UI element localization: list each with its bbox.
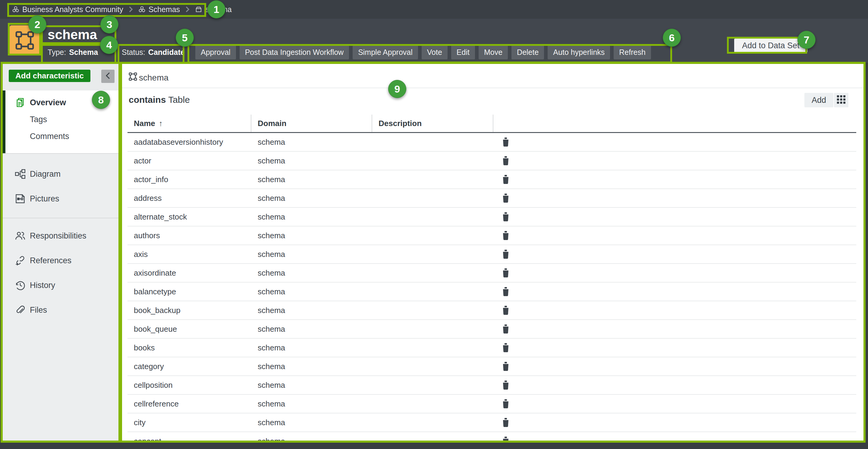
table-body: aadatabaseversionhistory schema actor sc…	[127, 133, 856, 441]
delete-row-button[interactable]	[502, 381, 510, 390]
delete-row-button[interactable]	[502, 362, 510, 371]
sidebar-item-diagram[interactable]: Diagram	[3, 161, 119, 186]
history-clock-icon	[15, 280, 26, 291]
sidebar-item-history[interactable]: History	[3, 273, 119, 298]
breadcrumb-label: Schemas	[149, 5, 180, 14]
sidebar-item-files[interactable]: Files	[3, 298, 119, 322]
cell-domain: schema	[251, 418, 372, 427]
delete-row-button[interactable]	[502, 193, 510, 203]
breadcrumb-item-schema[interactable]: schema	[195, 5, 232, 14]
table-row[interactable]: actor_info schema	[127, 170, 856, 189]
screen: Business Analysts Community Schemas sche…	[0, 0, 868, 449]
toolbar-button-post-data-ingestion-workflow[interactable]: Post Data Ingestion Workflow	[240, 45, 349, 59]
paperclip-icon	[15, 305, 26, 316]
table-row[interactable]: cellposition schema	[127, 376, 856, 395]
cell-name: authors	[127, 231, 251, 240]
sidebar-item-responsibilities[interactable]: Responsibilities	[3, 223, 119, 248]
schema-asset-icon	[10, 25, 40, 56]
asset-status: Status:Candidate	[122, 45, 185, 59]
sidebar-item-tags[interactable]: Tags	[3, 111, 119, 128]
link-icon	[15, 255, 26, 266]
table-row[interactable]: alternate_stock schema	[127, 208, 856, 227]
sidebar-collapse-button[interactable]	[101, 70, 115, 83]
toolbar-button-delete[interactable]: Delete	[512, 45, 544, 59]
table-row[interactable]: axisordinate schema	[127, 264, 856, 282]
add-button[interactable]: Add	[804, 93, 833, 107]
overview-doc-icon	[15, 97, 26, 108]
sidebar-item-overview[interactable]: Overview	[3, 94, 119, 111]
divider	[3, 153, 119, 154]
toolbar-button-approval[interactable]: Approval	[195, 45, 236, 59]
delete-row-button[interactable]	[502, 325, 510, 334]
sidebar-header: Add characteristic	[3, 64, 119, 90]
toolbar-button-refresh[interactable]: Refresh	[614, 45, 651, 59]
sidebar-section-overview: Overview Tags Comments	[3, 90, 119, 153]
cell-domain: schema	[251, 362, 372, 371]
sort-ascending-icon: ↑	[159, 119, 163, 128]
breadcrumb-label: schema	[205, 5, 232, 14]
delete-row-button[interactable]	[502, 231, 510, 240]
column-header-domain[interactable]: Domain	[251, 115, 372, 132]
breadcrumb-item-community[interactable]: Business Analysts Community	[12, 5, 123, 14]
delete-row-button[interactable]	[502, 306, 510, 315]
delete-row-button[interactable]	[502, 156, 510, 166]
content-area: Add characteristic	[1, 62, 866, 443]
toolbar-button-edit[interactable]: Edit	[451, 45, 475, 59]
delete-row-button[interactable]	[502, 268, 510, 278]
delete-row-button[interactable]	[502, 250, 510, 259]
cell-name: alternate_stock	[127, 212, 251, 222]
breadcrumb-item-schemas[interactable]: Schemas	[138, 5, 180, 14]
cell-domain: schema	[251, 156, 372, 166]
table-row[interactable]: category schema	[127, 357, 856, 376]
grid-icon	[837, 95, 846, 105]
community-icon	[12, 6, 19, 13]
table-row[interactable]: book_backup schema	[127, 301, 856, 320]
delete-row-button[interactable]	[502, 212, 510, 222]
people-icon	[15, 230, 26, 241]
delete-row-button[interactable]	[502, 343, 510, 353]
cell-name: books	[127, 343, 251, 353]
table-row[interactable]: book_queue schema	[127, 320, 856, 339]
cell-name: book_queue	[127, 325, 251, 334]
community-icon	[138, 6, 146, 13]
sidebar: Add characteristic	[3, 64, 119, 441]
sidebar-item-references[interactable]: References	[3, 248, 119, 273]
delete-row-button[interactable]	[502, 437, 510, 441]
toolbar-button-auto-hyperlinks[interactable]: Auto hyperlinks	[548, 45, 610, 59]
table-row[interactable]: authors schema	[127, 227, 856, 245]
chevron-right-icon	[185, 6, 190, 13]
column-header-name[interactable]: Name↑	[127, 115, 251, 132]
delete-row-button[interactable]	[502, 418, 510, 427]
column-header-description[interactable]: Description	[372, 115, 493, 132]
table-row[interactable]: actor schema	[127, 152, 856, 170]
table-row[interactable]: city schema	[127, 413, 856, 432]
table-row[interactable]: balancetype schema	[127, 282, 856, 301]
delete-row-button[interactable]	[502, 287, 510, 296]
cell-name: axisordinate	[127, 268, 251, 278]
table-row[interactable]: cellreference schema	[127, 395, 856, 413]
table-row[interactable]: concept schema	[127, 432, 856, 441]
cell-name: axis	[127, 250, 251, 259]
add-to-dataset-button[interactable]: Add to Data Set	[734, 39, 807, 53]
table-row[interactable]: aadatabaseversionhistory schema	[127, 133, 856, 152]
delete-row-button[interactable]	[502, 175, 510, 184]
toolbar-button-vote[interactable]: Vote	[422, 45, 447, 59]
cell-domain: schema	[251, 343, 372, 353]
sidebar-item-pictures[interactable]: Pictures	[3, 186, 119, 211]
delete-row-button[interactable]	[502, 138, 510, 147]
grid-view-button[interactable]	[834, 93, 848, 107]
cell-domain: schema	[251, 399, 372, 409]
toolbar-button-simple-approval[interactable]: Simple Approval	[352, 45, 418, 59]
toolbar-button-move[interactable]: Move	[478, 45, 508, 59]
delete-row-button[interactable]	[502, 399, 510, 409]
section-title: contains Table	[129, 95, 190, 105]
table-row[interactable]: address schema	[127, 189, 856, 208]
cell-name: category	[127, 362, 251, 371]
asset-type: Type:Schema	[48, 45, 98, 59]
table-row[interactable]: books schema	[127, 339, 856, 357]
main-panel: schema contains Table Add	[122, 64, 864, 441]
sidebar-item-comments[interactable]: Comments	[3, 128, 119, 145]
contains-table: Name↑ Domain Description aadatabaseversi…	[127, 115, 856, 441]
table-row[interactable]: axis schema	[127, 245, 856, 264]
add-characteristic-button[interactable]: Add characteristic	[9, 70, 90, 82]
